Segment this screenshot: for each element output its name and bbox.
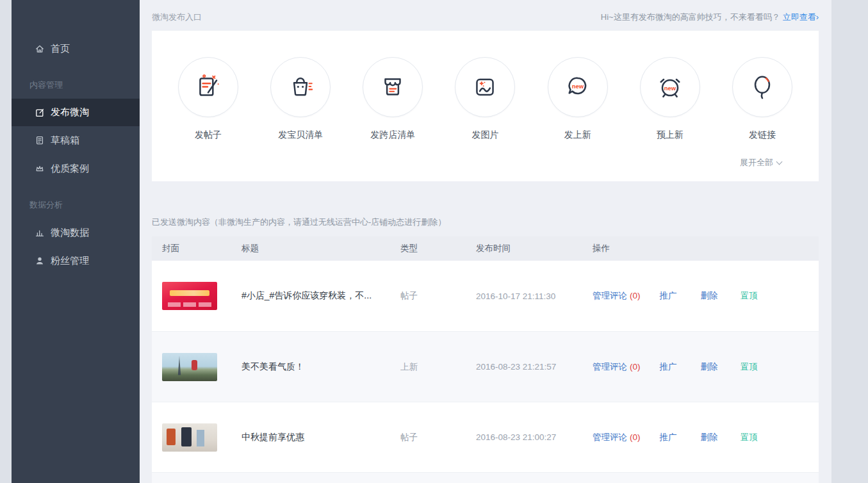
entry-label: 发宝贝清单: [278, 129, 323, 141]
col-type: 类型: [400, 243, 476, 254]
publish-entry-image[interactable]: 发图片: [454, 57, 516, 141]
post-icon: [193, 72, 223, 102]
user-icon: [35, 256, 45, 266]
sidebar: 首页 内容管理 发布微淘 草稿箱 优质案例 数据分析 微淘数: [12, 0, 140, 483]
manage-comments-link[interactable]: 管理评论: [593, 291, 627, 300]
row-title: 美不美看气质！: [242, 361, 400, 373]
page-title: 微淘发布入口: [152, 12, 202, 23]
bag-icon: [286, 72, 315, 102]
publish-entry-item-list[interactable]: 发宝贝清单: [270, 57, 331, 141]
document-icon: [35, 135, 45, 145]
sidebar-item-fans[interactable]: 粉丝管理: [12, 247, 140, 275]
sidebar-item-label: 微淘数据: [51, 227, 89, 239]
tips-text: Hi~这里有发布微淘的高富帅技巧，不来看看吗？: [601, 12, 780, 22]
table-header-row: 封面 标题 类型 发布时间 操作: [152, 236, 819, 261]
cover-thumbnail: [162, 423, 217, 452]
sidebar-group-data: 数据分析: [12, 199, 140, 211]
sidebar-item-weitao-data[interactable]: 微淘数据: [12, 218, 140, 247]
sidebar-item-label: 首页: [51, 43, 70, 55]
sidebar-item-label: 草稿箱: [51, 135, 79, 147]
pin-top-link[interactable]: 置顶: [741, 432, 758, 443]
sent-section-title: 已发送微淘内容（非微淘生产的内容，请通过无线运营中心-店铺动态进行删除）: [152, 217, 819, 228]
expand-all-link[interactable]: 展开全部: [740, 157, 819, 181]
promote-link[interactable]: 推广: [660, 361, 677, 373]
manage-comments-link[interactable]: 管理评论: [593, 362, 627, 372]
promote-link[interactable]: 推广: [660, 290, 677, 302]
table-row: #小店_#告诉你应该穿秋装，不... 帖子 2016-10-17 21:11:3…: [152, 261, 819, 331]
svg-text:new: new: [664, 85, 676, 92]
sidebar-item-publish[interactable]: 发布微淘: [12, 99, 140, 126]
row-time: 2016-08-23 21:00:27: [476, 432, 593, 442]
page-header: 微淘发布入口 Hi~这里有发布微淘的高富帅技巧，不来看看吗？立即查看›: [152, 0, 819, 31]
publish-entry-post[interactable]: 发帖子: [177, 57, 239, 141]
table-row: [152, 472, 819, 483]
entry-label: 预上新: [657, 129, 684, 141]
row-type: 帖子: [400, 432, 476, 443]
app-root: 首页 内容管理 发布微淘 草稿箱 优质案例 数据分析 微淘数: [12, 0, 831, 483]
alarm-new-icon: new: [655, 72, 685, 102]
comment-count: (0): [630, 291, 641, 300]
cover-thumbnail: [162, 353, 217, 381]
chevron-down-icon: [776, 159, 783, 165]
publish-entry-link[interactable]: 发链接: [732, 57, 793, 141]
publish-entry-new-arrival[interactable]: new 发上新: [547, 57, 609, 141]
row-type: 帖子: [400, 290, 476, 302]
table-row: 美不美看气质！ 上新 2016-08-23 21:21:57 管理评论(0) 推…: [152, 331, 819, 402]
col-cover: 封面: [162, 243, 242, 254]
entry-label: 发图片: [471, 129, 498, 141]
sidebar-group-content: 内容管理: [12, 79, 140, 91]
col-title: 标题: [242, 243, 400, 254]
pin-top-link[interactable]: 置顶: [741, 361, 758, 373]
edit-icon: [35, 108, 45, 118]
sidebar-item-cases[interactable]: 优质案例: [12, 154, 140, 183]
col-actions: 操作: [593, 243, 819, 254]
row-title: 中秋提前享优惠: [242, 432, 400, 443]
tips-banner: Hi~这里有发布微淘的高富帅技巧，不来看看吗？立即查看›: [601, 12, 819, 23]
balloon-icon: [748, 72, 777, 102]
delete-link[interactable]: 删除: [701, 432, 718, 443]
bubble-new-icon: new: [563, 72, 593, 102]
entry-label: 发帖子: [195, 129, 222, 141]
cover-thumbnail: [162, 282, 217, 310]
col-time: 发布时间: [476, 243, 593, 254]
bar-chart-icon: [35, 227, 45, 238]
svg-text:new: new: [571, 83, 584, 90]
entry-label: 发上新: [564, 129, 591, 141]
publish-entries: 发帖子 发宝贝清单: [152, 31, 819, 141]
main-content: 微淘发布入口 Hi~这里有发布微淘的高富帅技巧，不来看看吗？立即查看›: [140, 0, 831, 483]
entry-label: 发链接: [749, 129, 776, 141]
comment-count: (0): [630, 432, 641, 442]
row-time: 2016-10-17 21:11:30: [476, 291, 593, 301]
entry-label: 发跨店清单: [370, 129, 415, 141]
row-time: 2016-08-23 21:21:57: [476, 362, 593, 372]
row-type: 上新: [400, 361, 476, 373]
delete-link[interactable]: 删除: [701, 361, 718, 373]
comment-count: (0): [630, 362, 641, 372]
image-icon: [470, 72, 500, 102]
view-now-link[interactable]: 立即查看›: [783, 12, 819, 22]
delete-link[interactable]: 删除: [701, 290, 718, 302]
sidebar-item-label: 发布微淘: [51, 106, 89, 119]
sidebar-item-label: 粉丝管理: [51, 255, 89, 267]
table-row: 中秋提前享优惠 帖子 2016-08-23 21:00:27 管理评论(0) 推…: [152, 402, 819, 472]
sidebar-item-drafts[interactable]: 草稿箱: [12, 126, 140, 154]
sidebar-item-home[interactable]: 首页: [12, 35, 140, 63]
publish-entry-card: 发帖子 发宝贝清单: [152, 31, 819, 181]
manage-comments-link[interactable]: 管理评论: [593, 432, 627, 442]
row-title: #小店_#告诉你应该穿秋装，不...: [242, 290, 400, 302]
publish-entry-pre-arrival[interactable]: new 预上新: [639, 57, 701, 141]
sidebar-item-label: 优质案例: [51, 163, 89, 175]
promote-link[interactable]: 推广: [660, 432, 677, 443]
home-icon: [35, 44, 45, 54]
pin-top-link[interactable]: 置顶: [741, 290, 758, 302]
publish-entry-cross-shop-list[interactable]: 发跨店清单: [362, 57, 423, 141]
sent-content-table: 封面 标题 类型 发布时间 操作 #小店_#告诉你应该穿秋装，不... 帖子 2…: [152, 236, 819, 483]
crown-icon: [35, 163, 45, 174]
shop-icon: [378, 72, 407, 102]
